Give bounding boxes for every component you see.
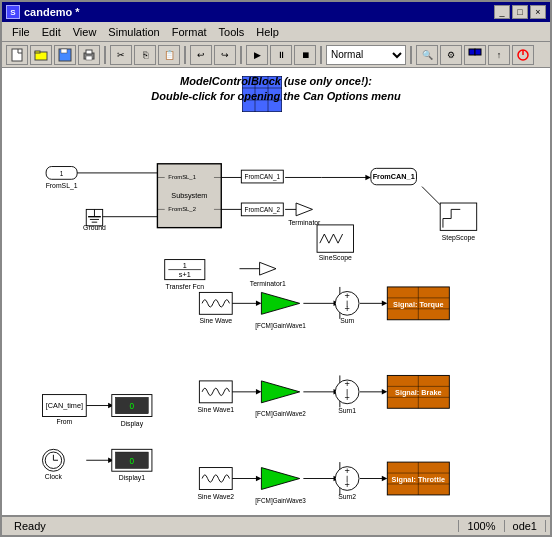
svg-text:Clock: Clock xyxy=(45,473,63,480)
svg-marker-104 xyxy=(261,292,299,314)
svg-text:Signal: Torque: Signal: Torque xyxy=(393,300,443,309)
svg-text:Ground: Ground xyxy=(83,224,106,231)
separator-5 xyxy=(410,46,412,64)
simulation-mode-select[interactable]: Normal xyxy=(326,45,406,65)
svg-marker-78 xyxy=(296,203,312,216)
svg-text:[FCM]GainWave2: [FCM]GainWave2 xyxy=(255,410,306,418)
header-line2: Double-click for opening the Can Options… xyxy=(151,90,400,102)
pause-button[interactable]: ⏸ xyxy=(270,45,292,65)
svg-text:Sine Wave2: Sine Wave2 xyxy=(198,493,235,500)
cut-button[interactable]: ✂ xyxy=(110,45,132,65)
svg-rect-7 xyxy=(86,56,92,60)
redo-button[interactable]: ↪ xyxy=(214,45,236,65)
print-button[interactable] xyxy=(78,45,100,65)
open-button[interactable] xyxy=(30,45,52,65)
undo-button[interactable]: ↩ xyxy=(190,45,212,65)
extra-btn1[interactable] xyxy=(464,45,486,65)
menu-file[interactable]: File xyxy=(6,25,36,39)
svg-text:+: + xyxy=(344,466,349,476)
menu-bar: File Edit View Simulation Format Tools H… xyxy=(2,22,550,42)
svg-text:SineScope: SineScope xyxy=(319,254,352,262)
diagram-svg: 1 FromSL_1 Ground Subsystem FromSL_1 Fro… xyxy=(2,68,550,515)
svg-text:+: + xyxy=(344,379,349,389)
maximize-button[interactable]: □ xyxy=(512,5,528,19)
svg-text:FromCAN_1: FromCAN_1 xyxy=(373,172,415,181)
svg-rect-89 xyxy=(440,203,476,230)
svg-text:s+1: s+1 xyxy=(179,270,191,279)
svg-text:Display1: Display1 xyxy=(119,474,145,482)
svg-text:FromSL_1: FromSL_1 xyxy=(168,174,196,180)
extra-btn3[interactable] xyxy=(512,45,534,65)
status-bar: Ready 100% ode1 xyxy=(2,515,550,535)
svg-text:Subsystem: Subsystem xyxy=(171,191,207,200)
svg-text:0: 0 xyxy=(130,457,135,466)
svg-text:FromCAN_1: FromCAN_1 xyxy=(245,173,281,181)
svg-marker-28 xyxy=(256,301,261,306)
menu-edit[interactable]: Edit xyxy=(36,25,67,39)
svg-rect-6 xyxy=(86,50,92,54)
svg-text:Display: Display xyxy=(121,420,144,428)
svg-rect-9 xyxy=(475,49,481,55)
svg-text:From: From xyxy=(56,418,72,425)
svg-text:+: + xyxy=(344,393,349,403)
copy-button[interactable]: ⎘ xyxy=(134,45,156,65)
svg-marker-37 xyxy=(256,389,261,394)
svg-rect-4 xyxy=(61,49,67,53)
menu-tools[interactable]: Tools xyxy=(213,25,251,39)
svg-rect-0 xyxy=(12,49,22,61)
svg-text:Sum2: Sum2 xyxy=(338,493,356,500)
svg-text:+: + xyxy=(344,480,349,490)
svg-text:Sum1: Sum1 xyxy=(338,407,356,414)
window-title: candemo * xyxy=(24,6,80,18)
svg-marker-132 xyxy=(261,468,299,490)
svg-marker-45 xyxy=(256,476,261,481)
svg-text:StepScope: StepScope xyxy=(442,234,476,242)
close-button[interactable]: × xyxy=(530,5,546,19)
menu-simulation[interactable]: Simulation xyxy=(102,25,165,39)
new-button[interactable] xyxy=(6,45,28,65)
save-button[interactable] xyxy=(54,45,76,65)
zoom-in-button[interactable]: 🔍 xyxy=(416,45,438,65)
menu-help[interactable]: Help xyxy=(250,25,285,39)
separator-1 xyxy=(104,46,106,64)
svg-rect-2 xyxy=(35,51,40,53)
svg-rect-8 xyxy=(469,49,475,55)
svg-text:1: 1 xyxy=(60,170,64,177)
settings-button[interactable]: ⚙ xyxy=(440,45,462,65)
svg-rect-102 xyxy=(199,292,232,314)
status-ready: Ready xyxy=(6,520,459,532)
svg-rect-116 xyxy=(199,381,232,403)
svg-marker-32 xyxy=(382,301,387,306)
title-bar-left: S candemo * xyxy=(6,5,80,19)
svg-text:+: + xyxy=(344,304,349,314)
header-text: ModelControlBlock (use only once!): Doub… xyxy=(2,74,550,105)
separator-2 xyxy=(184,46,186,64)
minimize-button[interactable]: _ xyxy=(494,5,510,19)
svg-text:[FCM]GainWave3: [FCM]GainWave3 xyxy=(255,497,306,505)
separator-3 xyxy=(240,46,242,64)
extra-btn2[interactable]: ↑ xyxy=(488,45,510,65)
play-button[interactable]: ▶ xyxy=(246,45,268,65)
svg-text:Terminator1: Terminator1 xyxy=(250,280,286,287)
status-zoom: 100% xyxy=(459,520,504,532)
svg-marker-49 xyxy=(382,476,387,481)
toolbar: ✂ ⎘ 📋 ↩ ↪ ▶ ⏸ ⏹ Normal 🔍 ⚙ ↑ xyxy=(2,42,550,68)
svg-rect-130 xyxy=(199,468,232,490)
menu-format[interactable]: Format xyxy=(166,25,213,39)
canvas-area[interactable]: ModelControlBlock (use only once!): Doub… xyxy=(2,68,550,515)
paste-button[interactable]: 📋 xyxy=(158,45,180,65)
svg-text:Terminator: Terminator xyxy=(288,219,321,226)
svg-line-56 xyxy=(422,187,440,205)
svg-text:Transfer Fcn: Transfer Fcn xyxy=(166,283,205,290)
app-icon: S xyxy=(6,5,20,19)
svg-text:Sum: Sum xyxy=(340,317,354,324)
stop-button[interactable]: ⏹ xyxy=(294,45,316,65)
svg-text:FromCAN_2: FromCAN_2 xyxy=(245,206,281,214)
menu-view[interactable]: View xyxy=(67,25,103,39)
separator-4 xyxy=(320,46,322,64)
svg-text:[CAN_time]: [CAN_time] xyxy=(46,401,83,410)
svg-marker-118 xyxy=(261,381,299,403)
svg-text:Signal: Throttle: Signal: Throttle xyxy=(392,475,445,484)
svg-text:Signal: Brake: Signal: Brake xyxy=(395,388,442,397)
status-solver: ode1 xyxy=(505,520,546,532)
